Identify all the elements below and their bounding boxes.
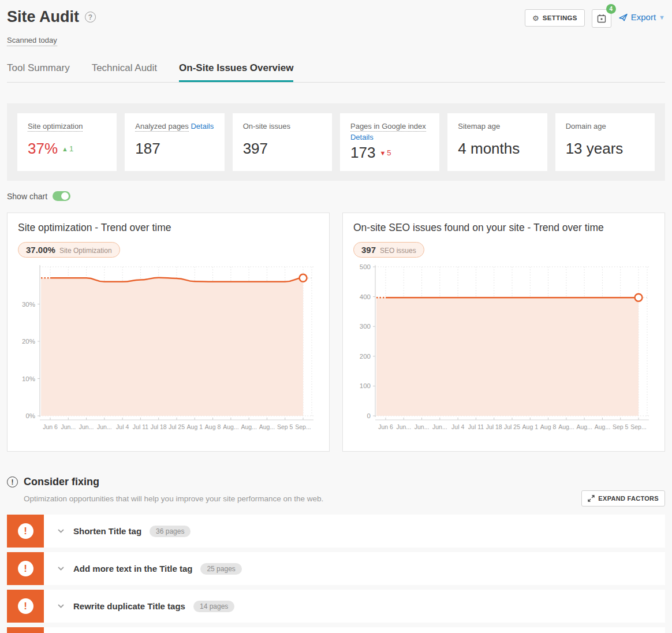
svg-text:0: 0 [367,412,371,419]
card-pages-in-google-index: Pages in Google index Details 173 ▼5 [340,113,439,171]
card-value: 397 [243,140,322,158]
svg-text:Jun...: Jun... [415,423,430,430]
card-sitemap-age: Sitemap age 4 months [447,113,547,171]
svg-text:Jul 11: Jul 11 [133,423,148,430]
svg-text:300: 300 [360,323,371,330]
issue-expand-target[interactable]: Shorten Title tag 36 pages [44,515,665,548]
chevron-down-icon[interactable] [57,527,65,535]
svg-text:Sep 5: Sep 5 [613,423,629,430]
issue-expand-target[interactable] [44,627,665,633]
issue-row[interactable]: ! Add more text in the Title tag 25 page… [7,552,665,585]
svg-text:Aug 8: Aug 8 [540,423,557,430]
seo-issues-panel: On-site SEO issues found on your site - … [342,213,665,452]
svg-text:Jul 4: Jul 4 [116,423,129,430]
issue-expand-target[interactable]: Add more text in the Title tag 25 pages [44,552,665,585]
svg-text:Sep...: Sep... [295,423,311,430]
tab-bar: Tool Summary Technical Audit On-Site Iss… [7,60,665,83]
svg-text:Sep...: Sep... [630,423,646,430]
svg-text:Jul 25: Jul 25 [504,423,520,430]
seo-issues-badge: 397 SEO issues [353,242,424,258]
calendar-icon [597,14,606,23]
issue-severity-flag: ! [7,552,44,585]
chevron-down-icon[interactable] [57,564,65,573]
card-on-site-issues: On-site issues 397 [233,113,332,171]
issue-row[interactable]: ! Rewrite duplicate Title tags 14 pages [7,590,665,623]
card-value: 4 months [458,140,536,158]
paper-plane-icon [618,13,628,22]
pages-count-badge: 25 pages [200,563,241,575]
issue-expand-target[interactable]: Rewrite duplicate Title tags 14 pages [44,590,665,623]
svg-text:Jul 18: Jul 18 [151,423,167,430]
svg-text:Jun...: Jun... [61,423,76,430]
issue-severity-flag: ! [7,627,44,633]
card-site-optimization: Site optimization 37% ▲1 [17,113,117,171]
svg-text:Jun 6: Jun 6 [43,423,58,430]
issue-severity-flag: ! [7,515,44,548]
expand-factors-label: EXPAND FACTORS [598,495,659,502]
export-button[interactable]: Export ▼ [618,12,665,22]
svg-text:500: 500 [360,263,371,270]
expand-factors-button[interactable]: EXPAND FACTORS [581,490,665,507]
svg-text:200: 200 [360,353,371,360]
show-chart-toggle[interactable] [53,191,70,201]
chart-title: Site optimization - Trend over time [18,222,319,234]
svg-text:Jul 11: Jul 11 [468,423,484,430]
card-analyzed-pages: Analyzed pages Details 187 [125,113,224,171]
svg-text:Jul 4: Jul 4 [451,423,464,430]
svg-text:Aug...: Aug... [241,423,256,430]
issue-title: Shorten Title tag [73,526,141,536]
gear-icon: ⚙ [532,14,539,23]
svg-text:Jun...: Jun... [396,423,411,430]
issue-severity-flag: ! [7,590,44,623]
help-icon[interactable]: ? [85,12,96,23]
svg-text:Jun...: Jun... [79,423,94,430]
svg-text:400: 400 [360,293,371,300]
settings-button[interactable]: ⚙ SETTINGS [525,9,585,27]
exclamation-icon: ! [18,598,33,614]
card-label[interactable]: Analyzed pages [135,122,189,132]
site-optimization-panel: Site optimization - Trend over time 37.0… [7,213,330,452]
export-label: Export [631,12,656,22]
card-value: 187 [135,140,214,158]
card-domain-age: Domain age 13 years [555,113,655,171]
svg-text:100: 100 [360,382,371,389]
tab-technical-audit[interactable]: Technical Audit [92,62,157,82]
pages-count-badge: 14 pages [193,601,234,612]
svg-text:Aug...: Aug... [259,423,275,430]
svg-text:20%: 20% [22,338,35,345]
details-link[interactable]: Details [191,122,214,131]
page-title: Site Audit [7,8,79,26]
issue-row[interactable]: ! [7,627,665,633]
svg-text:Aug...: Aug... [558,423,574,430]
triangle-up-icon: ▲ [62,146,68,152]
issue-row[interactable]: ! Shorten Title tag 36 pages [7,515,665,548]
svg-text:Aug...: Aug... [576,423,592,430]
svg-text:Jun...: Jun... [432,423,447,430]
section-description: Optimization opportunities that will hel… [7,494,323,503]
charts-section: Site optimization - Trend over time 37.0… [7,213,665,452]
stats-band: Site optimization 37% ▲1 Analyzed pages … [7,103,665,181]
header: Site Audit ? ⚙ SETTINGS 4 [7,8,665,28]
scanned-today[interactable]: Scanned today [7,36,57,46]
card-value: 37% [28,140,58,158]
card-label[interactable]: Pages in Google index [350,122,426,132]
page: Site Audit ? ⚙ SETTINGS 4 [0,0,672,633]
settings-label: SETTINGS [543,14,577,21]
triangle-down-icon: ▼ [379,150,386,157]
show-chart-label: Show chart [7,192,47,201]
tab-on-site-issues-overview[interactable]: On-Site Issues Overview [179,62,293,82]
tab-tool-summary[interactable]: Tool Summary [7,62,70,82]
card-label[interactable]: Site optimization [28,122,83,132]
delta-up: ▲1 [62,144,73,153]
card-value: 13 years [566,140,644,158]
chart-title: On-site SEO issues found on your site - … [353,222,654,234]
chevron-down-icon[interactable] [57,602,65,610]
calendar-count-badge: 4 [606,4,616,14]
delta-down: ▼5 [379,148,391,157]
svg-text:Aug 1: Aug 1 [522,423,539,430]
card-label: On-site issues [243,122,290,131]
details-link[interactable]: Details [350,133,374,142]
issue-title: Add more text in the Title tag [73,564,192,574]
exclamation-icon: ! [18,523,33,539]
svg-text:Aug...: Aug... [223,423,238,430]
